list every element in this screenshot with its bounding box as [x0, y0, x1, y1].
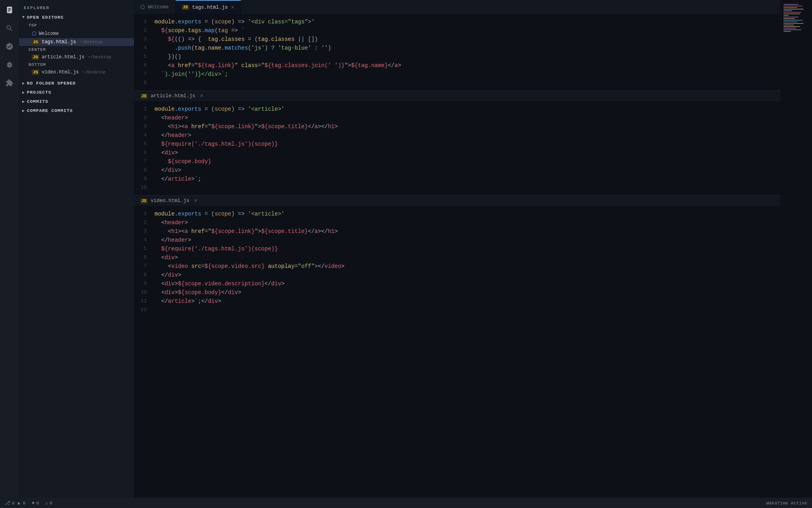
video-tab-header[interactable]: JS video.html.js ×: [134, 195, 780, 206]
code-line: 6 <div>: [134, 148, 780, 157]
mm-line: [783, 9, 804, 10]
code-line: 7 `).join('')}</div>`;: [134, 70, 780, 79]
code-line: 8: [134, 79, 780, 87]
file-item-tags[interactable]: JS tags.html.js ~/Desktop: [19, 38, 134, 46]
file-item-article[interactable]: JS article.html.js ~/Desktop: [19, 53, 134, 61]
bottom-subsection: BOTTOM: [19, 61, 134, 68]
js-icon-article: JS: [32, 54, 39, 60]
git-icon: ⎇: [5, 500, 10, 506]
compare-commits-label: COMPARE COMMITS: [27, 108, 73, 113]
code-line: 4 </header>: [134, 131, 780, 140]
article-tab-icon: JS: [140, 94, 147, 99]
article-tab-close[interactable]: ×: [200, 93, 203, 99]
js-icon-video: JS: [32, 69, 39, 75]
code-line: 7 <video src=${scope.video.src} autoplay…: [134, 262, 780, 271]
code-line: 2 <header>: [134, 218, 780, 227]
video-tab-icon: JS: [140, 198, 147, 204]
code-line: 8 </div>: [134, 166, 780, 175]
mm-line: [783, 23, 804, 24]
top-subsection: TOP: [19, 22, 134, 29]
code-line: 7 ${scope.body}: [134, 157, 780, 166]
mm-line: [783, 10, 792, 11]
error-status[interactable]: ✖ 0: [32, 500, 39, 506]
article-tab-label: article.html.js: [151, 93, 195, 99]
welcome-icon: ⬡: [32, 30, 36, 37]
tab-welcome-label: Welcome: [148, 4, 169, 10]
code-line: 9 </article>`;: [134, 175, 780, 183]
code-line: 5 ${require('./tags.html.js')(scope)}: [134, 140, 780, 148]
activity-bar: [0, 0, 19, 508]
open-editors-section[interactable]: ▼ OPEN EDITORS: [19, 13, 134, 22]
wakatime-status[interactable]: WakaTime Active: [766, 500, 807, 506]
code-line: 1 module.exports = (scope) => '<article>…: [134, 105, 780, 114]
minimap-content: [780, 0, 812, 37]
code-line: 10: [134, 183, 780, 192]
minimap-panel: [780, 0, 812, 508]
code-lines-video: 1 module.exports = (scope) => '<article>…: [134, 206, 780, 318]
tab-tags-label: tags.html.js: [192, 5, 228, 10]
debug-icon[interactable]: [3, 58, 16, 71]
tab-tags[interactable]: JS tags.html.js ×: [176, 0, 241, 14]
center-subsection: CENTER: [19, 46, 134, 53]
mm-line: [783, 18, 795, 19]
file-path-video: ~/Desktop: [82, 70, 105, 75]
mm-line: [783, 4, 799, 5]
code-line: 11 </article>`;</div>: [134, 297, 780, 306]
tab-welcome-icon: ⬡: [140, 4, 145, 10]
code-line: 8 </div>: [134, 271, 780, 279]
code-line: 12: [134, 306, 780, 314]
search-icon[interactable]: [3, 21, 16, 35]
tab-welcome[interactable]: ⬡ Welcome: [134, 0, 176, 14]
git-icon[interactable]: [3, 40, 16, 53]
warning-icon: ⚠: [45, 500, 48, 506]
code-line: 1 module.exports = (scope) => '<article>…: [134, 210, 780, 218]
mm-line: [783, 20, 802, 21]
tab-tags-close[interactable]: ×: [231, 5, 234, 10]
extensions-icon[interactable]: [3, 76, 16, 90]
explorer-icon[interactable]: [3, 3, 16, 17]
mm-line: [783, 28, 796, 29]
git-branch: 0 ▲ 0: [12, 500, 26, 506]
code-line: 1 module.exports = (scope) => '<div clas…: [134, 17, 780, 26]
file-name-article: article.html.js: [42, 54, 84, 60]
mm-line: [783, 15, 789, 16]
mm-line: [783, 25, 794, 25]
mm-line: [783, 26, 800, 27]
projects-section[interactable]: ▶ PROJECTS: [19, 88, 134, 97]
video-tab-close[interactable]: ×: [194, 198, 197, 204]
file-item-video[interactable]: JS video.html.js ~/Desktop: [19, 68, 134, 76]
editor-pane-tags: 1 module.exports = (scope) => '<div clas…: [134, 14, 780, 90]
editor-pane-article: JS article.html.js × 1 module.exports = …: [134, 90, 780, 195]
editor-pane-video: JS video.html.js × 1 module.exports = (s…: [134, 195, 780, 318]
code-line: 3 <h1><a href="${scope.link}">${scope.ti…: [134, 227, 780, 236]
projects-arrow: ▶: [22, 90, 25, 95]
git-status[interactable]: ⎇ 0 ▲ 0: [5, 500, 26, 506]
js-icon-tags: JS: [32, 39, 39, 45]
wakatime-label: WakaTime Active: [766, 500, 807, 506]
file-name-tags: tags.html.js: [42, 39, 76, 45]
code-line: 4 .push(tag.name.matches('js') ? 'tag-bl…: [134, 44, 780, 52]
commits-section[interactable]: ▶ COMMITS: [19, 97, 134, 106]
file-name-welcome: Welcome: [39, 31, 59, 37]
no-folder-section[interactable]: ▶ NO FOLDER OPENED: [19, 79, 134, 88]
no-folder-label: NO FOLDER OPENED: [27, 81, 76, 86]
code-line: 2 ${scope.tags.map(tag => `: [134, 26, 780, 35]
code-line: 3 ${(() => { tag.classes = (tag.classes …: [134, 35, 780, 44]
tab-bar: ⬡ Welcome JS tags.html.js ×: [134, 0, 780, 14]
code-lines-tags: 1 module.exports = (scope) => '<div clas…: [134, 14, 780, 90]
commits-label: COMMITS: [27, 99, 48, 104]
compare-commits-section[interactable]: ▶ COMPARE COMMITS: [19, 106, 134, 115]
editor-area: ⬡ Welcome JS tags.html.js × 1 module.exp…: [134, 0, 780, 508]
file-path-article: ~/Desktop: [88, 55, 111, 60]
mm-line: [783, 17, 799, 17]
code-editor-container[interactable]: 1 module.exports = (scope) => '<div clas…: [134, 14, 780, 508]
article-tab-header[interactable]: JS article.html.js ×: [134, 90, 780, 102]
code-line: 5 ${require('./tags.html.js')(scope)}: [134, 244, 780, 253]
warning-status[interactable]: ⚠ 0: [45, 500, 52, 506]
open-editors-arrow: ▼: [22, 15, 25, 19]
file-name-video: video.html.js: [42, 69, 79, 75]
code-line: 10 <div>${scope.body}</div>: [134, 288, 780, 297]
compare-commits-arrow: ▶: [22, 108, 25, 113]
file-item-welcome[interactable]: ⬡ Welcome: [19, 29, 134, 38]
mm-line: [783, 31, 791, 32]
